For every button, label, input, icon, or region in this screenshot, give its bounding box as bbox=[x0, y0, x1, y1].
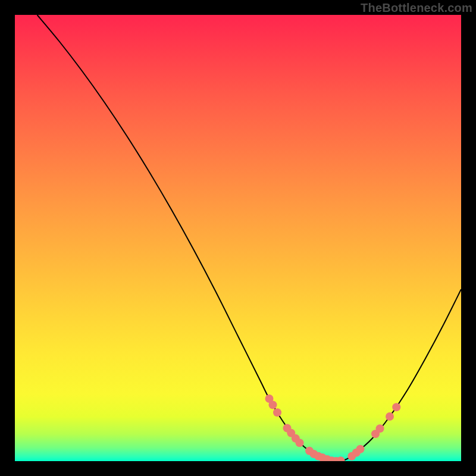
data-dot bbox=[376, 424, 384, 433]
data-dot bbox=[386, 412, 394, 421]
data-dot bbox=[269, 401, 277, 409]
data-dot bbox=[337, 456, 345, 461]
data-dots bbox=[265, 394, 401, 461]
data-dot bbox=[273, 408, 281, 416]
data-dot bbox=[356, 445, 365, 453]
chart-frame: TheBottleneck.com bbox=[0, 0, 476, 476]
chart-svg bbox=[15, 15, 461, 461]
plot-area bbox=[15, 15, 461, 461]
watermark-text: TheBottleneck.com bbox=[361, 1, 472, 15]
data-dot bbox=[296, 439, 304, 447]
data-dot bbox=[392, 403, 400, 411]
curve-path bbox=[37, 15, 462, 461]
